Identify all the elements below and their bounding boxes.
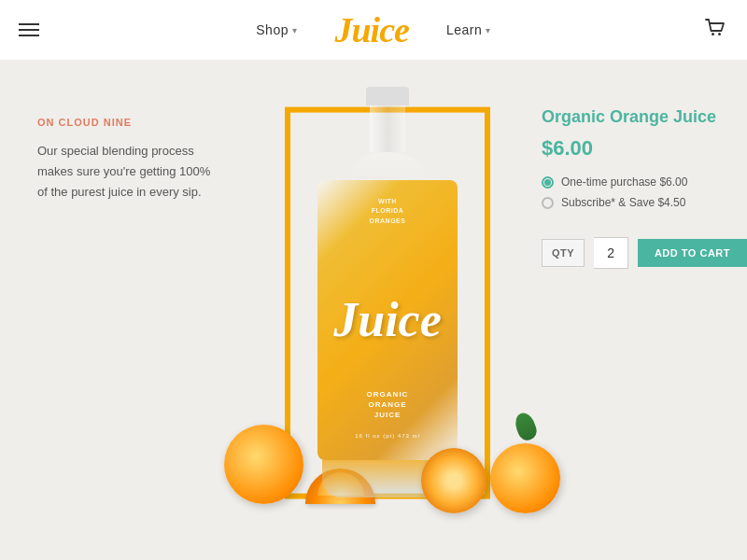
product-description: Our special blending process makes sure … (37, 141, 215, 203)
svg-point-1 (718, 33, 721, 35)
orange-slice (421, 448, 486, 513)
leaf-decoration (512, 410, 539, 442)
orange-big-right (490, 443, 560, 513)
product-name: Organic Orange Juice (542, 107, 728, 127)
shop-chevron-icon: ▾ (292, 25, 298, 35)
nav-learn[interactable]: Learn ▾ (446, 22, 491, 37)
menu-hamburger[interactable] (19, 23, 39, 36)
bottle-shoulder (350, 152, 425, 180)
svg-point-0 (712, 33, 714, 35)
header: Shop ▾ Juice Learn ▾ (0, 0, 747, 61)
bottle-small-text: WITHFLORIDAORANGES (370, 197, 406, 227)
orange-decoration-right (421, 413, 560, 513)
qty-value[interactable]: 2 (594, 237, 628, 269)
nav-shop[interactable]: Shop ▾ (256, 22, 297, 37)
nav-center: Shop ▾ Juice Learn ▾ (256, 9, 490, 50)
bottle-neck (370, 105, 405, 152)
shop-label: Shop (256, 22, 289, 37)
site-logo[interactable]: Juice (334, 9, 408, 50)
bottle-sublabel: ORGANICORANGEJUICE16 fl oz (pt) 473 ml (355, 389, 420, 441)
qty-cart-row: QTY 2 ADD TO CART (542, 237, 728, 269)
radio-onetime[interactable] (542, 176, 554, 189)
learn-label: Learn (446, 22, 482, 37)
learn-chevron-icon: ▾ (486, 25, 491, 35)
purchase-option-subscribe[interactable]: Subscribe* & Save $4.50 (542, 196, 728, 209)
left-panel: ON CLOUD NINE Our special blending proce… (0, 61, 243, 560)
bottle-brand-label: Juice (333, 296, 442, 344)
add-to-cart-button[interactable]: ADD TO CART (638, 239, 747, 267)
cart-button[interactable] (702, 15, 728, 45)
product-price: $6.00 (542, 136, 728, 161)
onetime-label: One-time purchase $6.00 (561, 175, 687, 189)
radio-subscribe[interactable] (542, 197, 554, 209)
bottle-cap (366, 87, 409, 105)
right-panel: Organic Orange Juice $6.00 One-time purc… (532, 61, 747, 560)
subscribe-label: Subscribe* & Save $4.50 (561, 196, 685, 209)
main-content: ON CLOUD NINE Our special blending proce… (0, 61, 747, 560)
qty-label: QTY (542, 239, 585, 267)
product-image-area: WITHFLORIDAORANGES Juice ORGANICORANGEJU… (243, 61, 532, 560)
purchase-option-onetime[interactable]: One-time purchase $6.00 (542, 175, 728, 189)
tagline: ON CLOUD NINE (37, 117, 215, 128)
